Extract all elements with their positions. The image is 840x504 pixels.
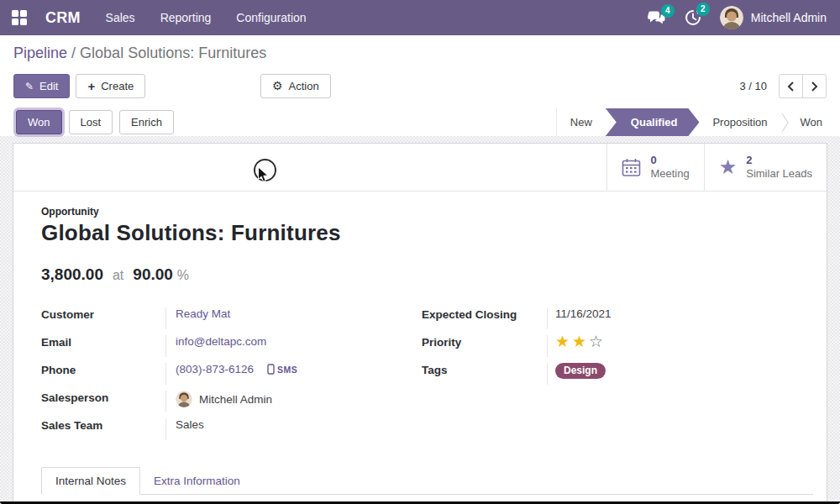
action-button[interactable]: ⚙ Action: [260, 74, 331, 98]
field-expected-closing: Expected Closing 11/16/2021: [422, 307, 813, 335]
expected-closing-label: Expected Closing: [422, 307, 547, 321]
user-name: Mitchell Admin: [751, 11, 827, 24]
probability-value: 90.00: [133, 265, 173, 284]
stage-proposition[interactable]: Proposition: [699, 108, 780, 136]
opportunity-title: Global Solutions: Furnitures: [41, 220, 813, 246]
avatar: [720, 6, 743, 29]
sales-team-value: Sales: [176, 418, 204, 431]
salesperson-value: Mitchell Admin: [199, 393, 272, 406]
percent-sign: %: [177, 268, 189, 283]
won-button[interactable]: Won: [16, 110, 62, 134]
messages-badge: 4: [661, 4, 675, 18]
meeting-count: 0: [650, 154, 689, 167]
chevron-left-icon: [787, 81, 795, 92]
stage-won[interactable]: Won: [789, 108, 840, 136]
activities-badge: 2: [696, 3, 710, 16]
mobile-phone-icon: [267, 364, 275, 375]
star-empty-icon[interactable]: ☆: [589, 333, 603, 349]
lost-button[interactable]: Lost: [69, 110, 113, 134]
grid-icon: [12, 10, 27, 25]
edit-button-label: Edit: [39, 80, 58, 92]
stage-qualified[interactable]: Qualified: [606, 108, 700, 136]
field-priority: Priority ★★☆: [422, 335, 813, 363]
chevron-right-icon: [811, 81, 818, 92]
breadcrumb: Pipeline / Global Solutions: Furnitures: [13, 45, 266, 62]
menu-configuration[interactable]: Configuration: [236, 11, 306, 24]
expected-closing-value: 11/16/2021: [555, 307, 612, 320]
similar-leads-count: 2: [746, 154, 812, 167]
customer-link[interactable]: Ready Mat: [176, 307, 230, 320]
star-filled-icon[interactable]: ★: [572, 333, 586, 349]
pager: 3 / 10: [739, 74, 827, 98]
pager-next-button[interactable]: [802, 74, 827, 98]
stage-new[interactable]: New: [557, 108, 606, 136]
pager-counter: 3 / 10: [739, 80, 767, 92]
similar-leads-label: Similar Leads: [746, 167, 812, 181]
email-label: Email: [41, 335, 165, 349]
similar-leads-stat-button[interactable]: ★ 2 Similar Leads: [704, 144, 827, 191]
expected-revenue: 3,800.00 at 90.00 %: [41, 265, 813, 284]
customer-label: Customer: [41, 307, 165, 321]
plus-icon: +: [87, 81, 95, 92]
star-icon: ★: [719, 157, 738, 177]
field-phone: Phone (803)-873-6126 SMS: [41, 363, 422, 391]
stage-statusbar: New Qualified Proposition Won: [556, 108, 840, 136]
sales-team-label: Sales Team: [41, 418, 165, 432]
user-menu[interactable]: Mitchell Admin: [720, 6, 827, 29]
stage-separator-icon: [781, 108, 789, 136]
control-panel: Pipeline / Global Solutions: Furnitures …: [0, 35, 840, 136]
notebook-tabs: Internal Notes Extra Information: [41, 467, 813, 495]
tab-extra-information[interactable]: Extra Information: [140, 468, 254, 494]
field-customer: Customer Ready Mat: [41, 307, 422, 335]
action-button-label: Action: [289, 80, 319, 92]
pager-previous-button[interactable]: [779, 74, 803, 98]
priority-stars[interactable]: ★★☆: [555, 333, 603, 349]
apps-menu-icon[interactable]: [0, 0, 39, 35]
button-box: 0 Meeting ★ 2 Similar Leads: [13, 144, 827, 192]
create-button-label: Create: [101, 80, 134, 92]
record-type-label: Opportunity: [41, 206, 813, 218]
meeting-label: Meeting: [650, 167, 689, 181]
amount-value: 3,800.00: [41, 265, 103, 284]
calendar-icon: [622, 158, 641, 177]
menu-sales[interactable]: Sales: [106, 11, 135, 24]
form-sheet: 0 Meeting ★ 2 Similar Leads Opportunity …: [13, 143, 827, 504]
messages-icon[interactable]: 4: [648, 11, 666, 25]
top-navbar: CRM Sales Reporting Configuration 4 2: [0, 0, 840, 35]
salesperson-label: Salesperson: [41, 391, 165, 404]
gear-icon: ⚙: [272, 81, 283, 92]
phone-label: Phone: [41, 363, 165, 376]
create-button[interactable]: + Create: [76, 74, 145, 98]
field-email: Email info@deltapc.com: [41, 335, 422, 363]
field-salesperson: Salesperson Mitchell A: [41, 391, 422, 418]
field-sales-team: Sales Team Sales: [41, 418, 422, 446]
menu-reporting[interactable]: Reporting: [160, 11, 212, 24]
salesperson-avatar: [176, 391, 192, 407]
enrich-button[interactable]: Enrich: [119, 110, 174, 134]
email-link[interactable]: info@deltapc.com: [176, 335, 266, 348]
activities-icon[interactable]: 2: [685, 9, 701, 26]
star-filled-icon[interactable]: ★: [555, 333, 570, 349]
breadcrumb-separator: /: [71, 45, 76, 61]
field-tags: Tags Design: [422, 363, 813, 391]
priority-label: Priority: [422, 335, 547, 349]
sms-label: SMS: [277, 365, 297, 375]
tab-internal-notes[interactable]: Internal Notes: [41, 467, 140, 495]
meeting-stat-button[interactable]: 0 Meeting: [606, 144, 703, 191]
app-name[interactable]: CRM: [45, 9, 81, 27]
phone-link[interactable]: (803)-873-6126: [176, 363, 254, 375]
at-label: at: [113, 268, 123, 283]
mouse-cursor-icon: [257, 166, 270, 184]
sms-button[interactable]: SMS: [267, 363, 297, 375]
pencil-icon: ✎: [25, 81, 34, 92]
breadcrumb-current: Global Solutions: Furnitures: [80, 45, 266, 61]
tags-label: Tags: [422, 363, 547, 376]
tag-design: Design: [555, 363, 606, 379]
edit-button[interactable]: ✎ Edit: [13, 74, 70, 98]
breadcrumb-pipeline[interactable]: Pipeline: [13, 45, 67, 61]
